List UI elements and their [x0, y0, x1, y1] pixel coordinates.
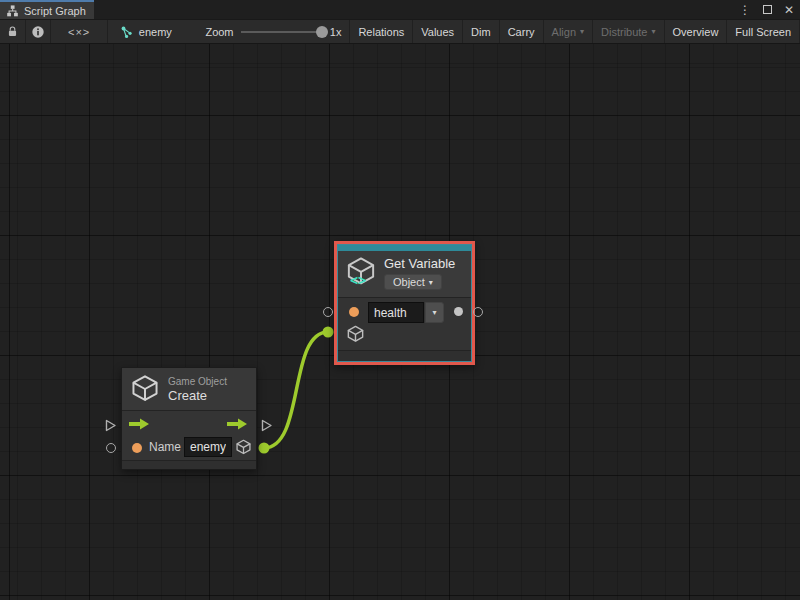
- graph-breadcrumb[interactable]: enemy: [108, 20, 198, 43]
- carry-button[interactable]: Carry: [500, 20, 544, 43]
- getvariable-object-input-port-connected[interactable]: [323, 327, 334, 338]
- window-menu-icon[interactable]: ⋮: [739, 4, 751, 16]
- toolbar-buttons: Relations Values Dim Carry Align▾ Distri…: [349, 20, 800, 43]
- info-button[interactable]: [26, 20, 52, 43]
- node-title: Create: [168, 388, 227, 403]
- get-variable-node[interactable]: <> Get Variable Object▾ ▾: [334, 241, 475, 365]
- chevron-down-icon: ▾: [432, 308, 436, 317]
- getvariable-name-external-port[interactable]: [323, 307, 333, 317]
- zoom-label: Zoom: [205, 26, 233, 38]
- create-object-output-port-connected[interactable]: [259, 443, 270, 454]
- tab-strip: Script Graph ⋮ ✕: [0, 0, 800, 19]
- node-footer: [122, 460, 256, 469]
- tab-title: Script Graph: [24, 5, 86, 17]
- wire-create-to-getvariable[interactable]: [264, 332, 328, 448]
- values-button[interactable]: Values: [413, 20, 463, 43]
- script-graph-window: Script Graph ⋮ ✕ <×>: [0, 0, 800, 600]
- lock-icon: [6, 25, 19, 38]
- zoom-slider-handle[interactable]: [316, 26, 328, 38]
- zoom-control: Zoom 1x: [197, 20, 349, 43]
- window-controls: ⋮ ✕: [739, 0, 794, 19]
- value-output-port[interactable]: [454, 307, 463, 316]
- game-object-cube-icon: [130, 374, 160, 404]
- svg-text:<>: <>: [350, 273, 366, 288]
- create-game-object-node[interactable]: Game Object Create Name: [121, 367, 257, 470]
- name-input-port[interactable]: [132, 443, 142, 453]
- distribute-button: Distribute▾: [593, 20, 664, 43]
- graph-toolbar: <×> enemy Zoom 1x Relations Values Dim C…: [0, 19, 800, 44]
- get-variable-body: ▾: [338, 298, 471, 350]
- game-object-output-cube-icon[interactable]: [235, 439, 252, 457]
- close-icon[interactable]: ✕: [784, 4, 794, 16]
- create-header: Game Object Create: [122, 368, 256, 410]
- control-output-arrow-icon[interactable]: [226, 418, 248, 430]
- graph-breadcrumb-icon: [120, 25, 134, 39]
- graph-name: enemy: [139, 26, 172, 38]
- overview-button[interactable]: Overview: [665, 20, 728, 43]
- graph-canvas[interactable]: <> Get Variable Object▾ ▾: [0, 44, 800, 600]
- create-control-output-port[interactable]: [261, 419, 273, 432]
- create-control-input-port[interactable]: [105, 419, 117, 432]
- chevron-down-icon: ▾: [429, 278, 433, 287]
- node-subtitle: Game Object: [168, 376, 227, 387]
- align-button: Align▾: [544, 20, 593, 43]
- variable-name-dropdown[interactable]: ▾: [425, 302, 444, 323]
- fullscreen-button[interactable]: Full Screen: [727, 20, 800, 43]
- chevron-down-icon: ▾: [580, 27, 584, 36]
- info-icon: [31, 25, 45, 39]
- relations-button[interactable]: Relations: [349, 20, 413, 43]
- create-name-external-port[interactable]: [106, 443, 116, 453]
- get-variable-header: <> Get Variable Object▾: [338, 251, 471, 297]
- control-input-arrow-icon[interactable]: [128, 418, 150, 430]
- graph-hierarchy-icon: [6, 5, 19, 17]
- node-footer: [338, 350, 471, 361]
- getvariable-value-external-port[interactable]: [473, 307, 483, 317]
- variable-name-input-port[interactable]: [349, 307, 359, 317]
- variable-name-field[interactable]: [368, 302, 424, 323]
- zoom-slider[interactable]: [241, 31, 323, 33]
- game-object-port-cube-icon[interactable]: [346, 325, 365, 345]
- variable-cube-icon: <>: [345, 256, 377, 290]
- node-title: Get Variable: [384, 256, 455, 271]
- control-flow-row: [122, 411, 256, 436]
- variable-scope-dropdown[interactable]: Object▾: [384, 274, 442, 290]
- tab-script-graph[interactable]: Script Graph: [0, 0, 94, 19]
- lock-button[interactable]: [0, 20, 26, 43]
- chevron-down-icon: ▾: [652, 27, 656, 36]
- name-parameter-row: Name: [122, 436, 256, 460]
- name-label: Name: [149, 440, 181, 454]
- code-preview-button[interactable]: <×>: [51, 20, 107, 43]
- dim-button[interactable]: Dim: [463, 20, 500, 43]
- name-value-field[interactable]: [184, 437, 232, 457]
- zoom-value: 1x: [330, 26, 342, 38]
- maximize-icon[interactable]: [763, 5, 772, 14]
